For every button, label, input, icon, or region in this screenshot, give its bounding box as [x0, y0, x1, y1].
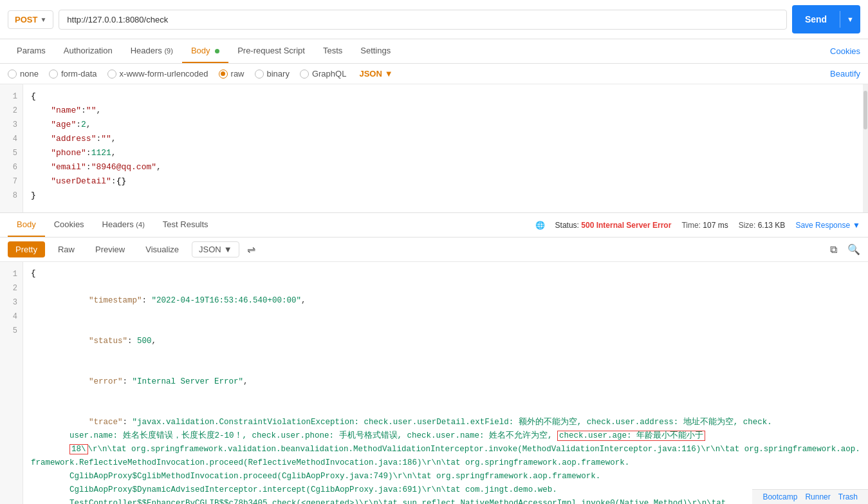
req-line-6: "email":"8946@qq.com",	[31, 160, 860, 174]
body-type-formdata[interactable]: form-data	[49, 69, 97, 79]
search-icon[interactable]: 🔍	[847, 243, 860, 256]
tab-prerequest[interactable]: Pre-request Script	[228, 39, 314, 63]
tab-settings-label: Settings	[360, 46, 391, 55]
beautify-label: Beautify	[830, 69, 860, 79]
req-line-4: "address":"",	[31, 132, 860, 146]
response-tabs-row: Body Cookies Headers (4) Test Results 🌐 …	[0, 213, 868, 238]
body-type-raw[interactable]: raw	[219, 69, 245, 79]
tab-headers[interactable]: Headers (9)	[122, 39, 182, 63]
req-line-7: "userDetail":{}	[31, 174, 860, 189]
response-tab-testresults[interactable]: Test Results	[154, 213, 217, 237]
request-scrollbar[interactable]	[863, 84, 868, 212]
response-tab-cookies[interactable]: Cookies	[45, 213, 93, 237]
tab-authorization[interactable]: Authorization	[55, 39, 122, 63]
req-linenum-4: 4	[0, 132, 23, 146]
fmt-preview-label: Preview	[95, 245, 125, 254]
req-linenum-5: 5	[0, 146, 23, 160]
method-chevron-icon: ▼	[40, 16, 46, 23]
response-tab-body[interactable]: Body	[8, 213, 45, 237]
body-type-urlencoded[interactable]: x-www-form-urlencoded	[107, 69, 208, 79]
req-line-5: "phone":1121,	[31, 146, 860, 160]
body-type-none[interactable]: none	[8, 69, 39, 79]
tab-params-label: Params	[17, 46, 46, 55]
tab-tests[interactable]: Tests	[314, 39, 351, 63]
body-type-row: none form-data x-www-form-urlencoded raw…	[0, 64, 868, 84]
runner-link[interactable]: Runner	[805, 492, 830, 501]
req-linenum-8: 8	[0, 189, 23, 203]
formdata-radio[interactable]	[49, 70, 58, 79]
request-code-content[interactable]: { "name":"", "age":2, "address":"", "pho…	[23, 84, 868, 212]
response-line-numbers: 1 2 3 4 5	[0, 262, 23, 504]
resp-linenum-5: 5	[0, 324, 23, 338]
top-bar: POST ▼ Send ▼	[0, 0, 868, 39]
fmt-pretty[interactable]: Pretty	[8, 241, 45, 257]
response-status-bar: 🌐 Status: 500 Internal Server Error Time…	[535, 221, 860, 230]
json-type-dropdown[interactable]: JSON ▼	[359, 69, 392, 79]
response-headers-label: Headers (4)	[102, 219, 145, 229]
response-json-label: JSON	[199, 245, 221, 254]
none-radio[interactable]	[8, 70, 17, 79]
fmt-raw[interactable]: Raw	[50, 241, 82, 257]
urlencoded-label: x-www-form-urlencoded	[120, 69, 208, 79]
send-label: Send	[792, 10, 840, 29]
method-label: POST	[15, 15, 37, 24]
bootcamp-link[interactable]: Bootcamp	[762, 492, 797, 501]
req-linenum-1: 1	[0, 89, 23, 104]
resp-line-4: "error": "Internal Server Error",	[31, 362, 860, 402]
bottom-bar: Bootcamp Runner Trash	[752, 489, 868, 504]
req-linenum-7: 7	[0, 174, 23, 189]
send-button[interactable]: Send ▼	[792, 5, 860, 33]
save-response-chevron: ▼	[853, 221, 860, 230]
tab-params[interactable]: Params	[8, 39, 55, 63]
resp-linenum-1: 1	[0, 267, 23, 281]
binary-label: binary	[267, 69, 290, 79]
globe-icon: 🌐	[535, 221, 545, 230]
resp-line-5: "trace": "javax.validation.ConstraintVio…	[31, 402, 860, 504]
trash-label: Trash	[838, 492, 858, 501]
cookies-link[interactable]: Cookies	[821, 40, 860, 62]
url-input[interactable]	[59, 10, 787, 30]
response-code-content: { "timestamp": "2022-04-19T16:53:46.540+…	[23, 262, 868, 504]
save-response-label: Save Response	[795, 221, 850, 230]
method-dropdown[interactable]: POST ▼	[8, 10, 53, 29]
tab-prerequest-label: Pre-request Script	[237, 46, 305, 55]
req-line-2: "name":"",	[31, 104, 860, 118]
status-value: 500 Internal Server Error	[581, 221, 671, 230]
none-label: none	[20, 69, 39, 79]
cookies-label: Cookies	[830, 46, 860, 56]
body-type-binary[interactable]: binary	[255, 69, 290, 79]
resp-linenum-3: 3	[0, 295, 23, 310]
beautify-button[interactable]: Beautify	[830, 69, 860, 79]
tab-body[interactable]: Body	[182, 39, 228, 63]
size-section: Size: 6.13 KB	[739, 221, 786, 230]
send-arrow-icon[interactable]: ▼	[840, 11, 860, 28]
runner-label: Runner	[805, 492, 830, 501]
filter-icon[interactable]: ⇌	[247, 243, 255, 256]
trash-link[interactable]: Trash	[838, 492, 858, 501]
response-body-label: Body	[17, 219, 36, 229]
tab-body-label: Body	[191, 46, 219, 55]
fmt-preview[interactable]: Preview	[88, 241, 133, 257]
fmt-visualize[interactable]: Visualize	[138, 241, 187, 257]
fmt-visualize-label: Visualize	[145, 245, 179, 254]
response-section: Body Cookies Headers (4) Test Results 🌐 …	[0, 213, 868, 504]
copy-icon[interactable]: ⧉	[830, 244, 837, 256]
tab-settings[interactable]: Settings	[351, 39, 400, 63]
response-json-chevron-icon: ▼	[224, 245, 232, 254]
req-linenum-3: 3	[0, 118, 23, 132]
response-json-dropdown[interactable]: JSON ▼	[192, 241, 239, 257]
req-linenum-2: 2	[0, 104, 23, 118]
fmt-pretty-label: Pretty	[15, 245, 37, 254]
response-testresults-label: Test Results	[163, 219, 208, 229]
tab-tests-label: Tests	[323, 46, 342, 55]
body-type-graphql[interactable]: GraphQL	[300, 69, 346, 79]
save-response-button[interactable]: Save Response ▼	[795, 221, 860, 230]
raw-radio[interactable]	[219, 70, 228, 79]
response-headers-badge: (4)	[136, 221, 144, 229]
urlencoded-radio[interactable]	[107, 70, 116, 79]
request-scrollbar-thumb	[863, 91, 867, 129]
binary-radio[interactable]	[255, 70, 264, 79]
body-dot	[215, 49, 219, 53]
response-tab-headers[interactable]: Headers (4)	[93, 213, 154, 237]
graphql-radio[interactable]	[300, 70, 309, 79]
